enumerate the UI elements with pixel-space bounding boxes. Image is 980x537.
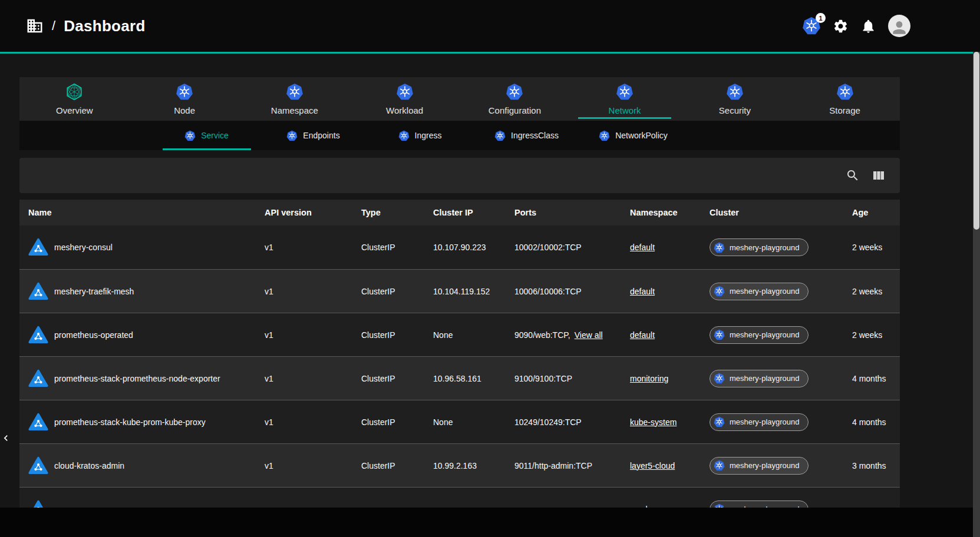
cluster-chip[interactable]: meshery-playground: [710, 326, 809, 344]
cluster-cell: meshery-playground: [701, 238, 843, 256]
kubernetes-icon: [836, 83, 854, 101]
ports-value: 10002/10002:TCP: [514, 243, 582, 252]
settings-icon[interactable]: [833, 18, 849, 34]
subtab-ingress[interactable]: Ingress: [367, 121, 473, 150]
cluster-chip[interactable]: meshery-playground: [710, 283, 809, 300]
namespace-link[interactable]: layer5-cloud: [630, 461, 675, 470]
tab-overview[interactable]: Overview: [19, 77, 130, 121]
kubernetes-icon: [398, 130, 410, 141]
column-header[interactable]: Type: [352, 208, 424, 217]
age-cell: 4 months: [843, 374, 900, 383]
table-toolbar: [19, 158, 900, 193]
tab-label: Storage: [829, 105, 860, 115]
subtab-ingressclass[interactable]: IngressClass: [473, 121, 580, 150]
column-header[interactable]: Namespace: [621, 208, 701, 217]
service-icon: [28, 325, 48, 345]
tab-label: Security: [719, 105, 751, 115]
namespace-link[interactable]: meshery-: [630, 505, 664, 508]
column-header[interactable]: Name: [19, 208, 256, 217]
search-icon[interactable]: [846, 168, 860, 183]
namespace-link[interactable]: default: [630, 287, 655, 296]
cluster-name: meshery-playground: [730, 505, 800, 508]
name-cell: prometheus-stack-kube-prom-kube-proxy: [19, 412, 256, 432]
column-header[interactable]: Age: [843, 208, 900, 217]
cluster-name: meshery-playground: [730, 330, 800, 339]
column-header[interactable]: Cluster IP: [424, 208, 506, 217]
table-row[interactable]: cloud-kratos-adminv1ClusterIP10.99.2.163…: [19, 443, 900, 487]
age-cell: 2 weeks: [843, 330, 900, 340]
type-cell: ClusterIP: [352, 461, 424, 470]
name-cell: prometheus-stack-prometheus-node-exporte…: [19, 369, 256, 389]
namespace-link[interactable]: default: [630, 243, 655, 252]
table-row[interactable]: prometheus-stack-prometheus-node-exporte…: [19, 356, 900, 400]
service-name: prometheus-stack-prometheus-node-exporte…: [54, 374, 220, 383]
vertical-scrollbar[interactable]: [973, 52, 980, 537]
api-version-cell: v1: [256, 330, 352, 340]
table-row[interactable]: meshery-meshery-playground: [19, 487, 900, 508]
api-version-cell: v1: [256, 374, 352, 383]
view-column-icon[interactable]: [872, 168, 886, 183]
column-header[interactable]: Ports: [506, 208, 621, 217]
collapse-drawer-chevron-icon[interactable]: [0, 430, 12, 446]
kubernetes-icon: [396, 83, 414, 101]
table-row[interactable]: prometheus-stack-kube-prom-kube-proxyv1C…: [19, 400, 900, 443]
api-version-cell: v1: [256, 287, 352, 296]
subtab-label: NetworkPolicy: [615, 131, 668, 140]
cluster-cell: meshery-playground: [701, 283, 843, 300]
tab-workload[interactable]: Workload: [349, 77, 460, 121]
tab-label: Node: [174, 105, 195, 115]
subtab-endpoints[interactable]: Endpoints: [260, 121, 367, 150]
organization-icon[interactable]: [26, 17, 44, 35]
notifications-bell-icon[interactable]: [860, 18, 876, 34]
cluster-ip-cell: None: [424, 330, 506, 340]
kubernetes-icon: [714, 373, 725, 384]
tab-node[interactable]: Node: [130, 77, 240, 121]
subtab-label: Ingress: [415, 131, 442, 140]
column-header[interactable]: API version: [256, 208, 352, 217]
scrollbar-thumb[interactable]: [974, 52, 979, 230]
cluster-ip-cell: 10.107.90.223: [424, 243, 506, 252]
namespace-cell: meshery-: [621, 505, 701, 508]
ports-value: 10249/10249:TCP: [514, 417, 582, 427]
api-version-cell: v1: [256, 461, 352, 470]
cluster-name: meshery-playground: [730, 374, 800, 383]
kubernetes-icon: [494, 130, 506, 141]
service-icon: [28, 237, 48, 257]
table-row[interactable]: meshery-traefik-meshv1ClusterIP10.104.11…: [19, 269, 900, 313]
cluster-ip-cell: 10.99.2.163: [424, 461, 506, 470]
kubernetes-context-button[interactable]: 1: [802, 16, 821, 35]
type-cell: ClusterIP: [352, 243, 424, 252]
cluster-name: meshery-playground: [730, 287, 800, 296]
subtab-service[interactable]: Service: [153, 121, 260, 150]
cluster-chip[interactable]: meshery-playground: [710, 238, 809, 256]
namespace-cell: default: [621, 287, 701, 296]
cluster-chip[interactable]: meshery-playground: [710, 413, 809, 431]
cluster-chip[interactable]: meshery-playground: [710, 457, 809, 475]
kubernetes-icon: [714, 286, 725, 297]
service-icon: [28, 456, 48, 476]
cluster-chip[interactable]: meshery-playground: [710, 370, 809, 387]
table-row[interactable]: meshery-consulv1ClusterIP10.107.90.22310…: [19, 226, 900, 269]
cluster-chip[interactable]: meshery-playground: [710, 500, 809, 508]
age-cell: 4 months: [843, 417, 900, 427]
tab-network[interactable]: Network: [570, 77, 680, 121]
table-row[interactable]: prometheus-operatedv1ClusterIPNone9090/w…: [19, 313, 900, 356]
namespace-link[interactable]: default: [630, 330, 655, 340]
tab-namespace[interactable]: Namespace: [240, 77, 350, 121]
tab-storage[interactable]: Storage: [790, 77, 900, 121]
service-name: prometheus-stack-kube-prom-kube-proxy: [54, 417, 206, 427]
namespace-link[interactable]: monitoring: [630, 374, 668, 383]
ports-value: 9100/9100:TCP: [514, 374, 572, 383]
page-title: Dashboard: [64, 17, 146, 35]
breadcrumb: / Dashboard: [26, 17, 146, 35]
cluster-name: meshery-playground: [730, 417, 800, 426]
header-actions: 1: [802, 15, 910, 37]
column-header[interactable]: Cluster: [701, 208, 843, 217]
view-all-link[interactable]: View all: [575, 330, 603, 340]
tab-security[interactable]: Security: [680, 77, 790, 121]
subtab-networkpolicy[interactable]: NetworkPolicy: [580, 121, 687, 150]
tab-configuration[interactable]: Configuration: [460, 77, 570, 121]
namespace-link[interactable]: kube-system: [630, 417, 677, 427]
user-avatar[interactable]: [888, 15, 910, 37]
service-icon: [28, 369, 48, 389]
